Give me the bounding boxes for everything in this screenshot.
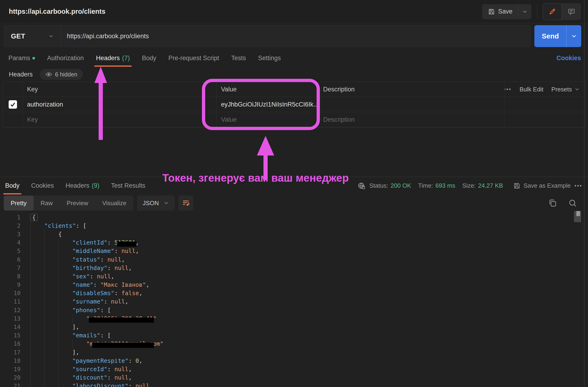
indent-guide — [44, 331, 58, 340]
tab-headers[interactable]: Headers (7) — [96, 49, 130, 67]
code-token: , — [149, 383, 153, 387]
comments-button[interactable] — [562, 3, 581, 20]
copy-icon[interactable] — [548, 198, 557, 208]
table-more-button[interactable]: ••• — [505, 86, 511, 93]
code-line: 19"sourceId": null, — [0, 365, 588, 373]
cookies-link[interactable]: Cookies — [557, 55, 581, 62]
key-placeholder-cell[interactable]: Key — [23, 112, 217, 127]
view-mode-raw[interactable]: Raw — [34, 196, 60, 210]
view-mode-preview[interactable]: Preview — [60, 196, 95, 210]
eye-icon — [45, 71, 52, 78]
code-line: 8"sex": null, — [0, 272, 588, 281]
code-token: "emails" — [72, 332, 100, 339]
response-tab-test-results-label: Test Results — [111, 182, 145, 189]
code-line: 13"+38(066) 700-38-41" — [0, 314, 588, 323]
code-token: : — [107, 374, 114, 381]
tab-params[interactable]: Params — [8, 49, 35, 67]
header-key-cell[interactable]: authorization — [23, 97, 217, 112]
indent-guide — [44, 340, 58, 348]
indent-guide — [44, 230, 58, 238]
tab-headers-label: Headers — [96, 55, 120, 62]
code-token: , — [139, 357, 143, 364]
column-value: Value — [217, 82, 319, 97]
code-token: , — [139, 290, 143, 297]
send-button[interactable]: Send — [534, 25, 566, 47]
code-token: : — [90, 273, 97, 280]
row-checkbox[interactable] — [9, 100, 17, 109]
description-placeholder-cell[interactable]: Description — [319, 112, 505, 127]
search-icon[interactable] — [568, 198, 577, 208]
line-number: 17 — [0, 349, 21, 356]
response-tab-cookies[interactable]: Cookies — [31, 177, 54, 195]
edit-comment-toggle — [543, 3, 581, 20]
code-line: 6"status": null, — [0, 255, 588, 264]
response-more-button[interactable]: ••• — [574, 183, 582, 189]
code-token: null — [114, 374, 128, 381]
tab-params-label: Params — [8, 55, 30, 62]
code-token: ], — [72, 324, 79, 330]
line-number: 6 — [0, 256, 21, 263]
tab-body[interactable]: Body — [142, 49, 156, 67]
view-mode-visualize[interactable]: Visualize — [95, 196, 133, 210]
header-value-cell[interactable]: eyJhbGciOiJIUzI1NiIsInR5cCI6Ik... — [217, 97, 319, 112]
save-split-button[interactable]: Save — [482, 4, 531, 19]
indent-guide — [58, 255, 72, 264]
indent-guide — [44, 272, 58, 281]
tab-settings[interactable]: Settings — [258, 49, 281, 67]
response-tabs: Body Cookies Headers (9) Test Results — [5, 177, 145, 195]
indent-guide — [58, 281, 72, 289]
code-token: null — [114, 265, 128, 271]
send-options-caret[interactable] — [566, 25, 581, 47]
line-number: 10 — [0, 290, 21, 297]
indent-guide — [58, 264, 72, 272]
save-button[interactable]: Save — [482, 8, 518, 15]
hidden-headers-toggle[interactable]: 6 hidden — [40, 69, 83, 80]
check-icon — [10, 101, 16, 108]
wrap-lines-button[interactable] — [178, 196, 193, 210]
response-tab-body[interactable]: Body — [5, 177, 20, 195]
view-mode-pretty[interactable]: Pretty — [4, 196, 34, 210]
indent-guide — [58, 331, 72, 340]
bulk-edit-button[interactable]: Bulk Edit — [520, 86, 544, 93]
code-token: : — [114, 248, 122, 254]
code-line: 15"emails": [ — [0, 331, 588, 340]
response-tab-headers-count: (9) — [92, 182, 99, 189]
code-token: : — [100, 256, 107, 263]
tab-authorization-label: Authorization — [47, 55, 84, 62]
code-line: 17], — [0, 348, 588, 356]
indent-guide — [30, 365, 44, 373]
row-checkbox-cell — [3, 97, 23, 112]
value-placeholder-cell[interactable]: Value — [217, 112, 319, 127]
view-mode-control: Pretty Raw Preview Visualize — [4, 196, 133, 210]
status-label: Status: — [369, 182, 388, 189]
tab-tests[interactable]: Tests — [231, 49, 246, 67]
line-number: 19 — [0, 366, 21, 372]
pencil-icon — [548, 8, 556, 16]
header-description-cell[interactable] — [319, 97, 505, 112]
code-token: : [ — [76, 223, 86, 229]
code-token: { — [32, 214, 36, 221]
response-body-editor[interactable]: 1{2"clients": [3{4"clientId": 517601,5"m… — [0, 212, 588, 387]
response-tab-test-results[interactable]: Test Results — [111, 177, 145, 195]
indent-guide — [30, 340, 44, 348]
edit-mode-button[interactable] — [543, 3, 562, 20]
code-token: 0 — [135, 357, 139, 364]
code-token: : — [93, 281, 100, 288]
presets-dropdown[interactable]: Presets — [551, 86, 580, 93]
chevron-down-icon — [522, 9, 528, 15]
code-token: , — [128, 374, 132, 381]
row-checkbox-cell — [3, 112, 23, 127]
save-as-example-button[interactable]: Save as Example — [513, 182, 570, 189]
headers-table-header: Key Value Description ••• Bulk Edit Pres… — [3, 82, 585, 97]
tab-prerequest-script[interactable]: Pre-request Script — [168, 49, 219, 67]
line-number: 1 — [0, 214, 21, 221]
tab-authorization[interactable]: Authorization — [47, 49, 84, 67]
response-tab-headers[interactable]: Headers (9) — [65, 177, 99, 195]
code-token: "Макс Іванов" — [100, 281, 146, 288]
save-options-caret[interactable] — [518, 4, 531, 19]
line-number: 5 — [0, 248, 21, 254]
url-input[interactable]: https://api.carbook.pro/clients — [61, 25, 530, 47]
indent-guide — [44, 356, 58, 365]
format-dropdown[interactable]: JSON — [137, 196, 175, 210]
method-dropdown[interactable]: GET — [4, 25, 61, 47]
